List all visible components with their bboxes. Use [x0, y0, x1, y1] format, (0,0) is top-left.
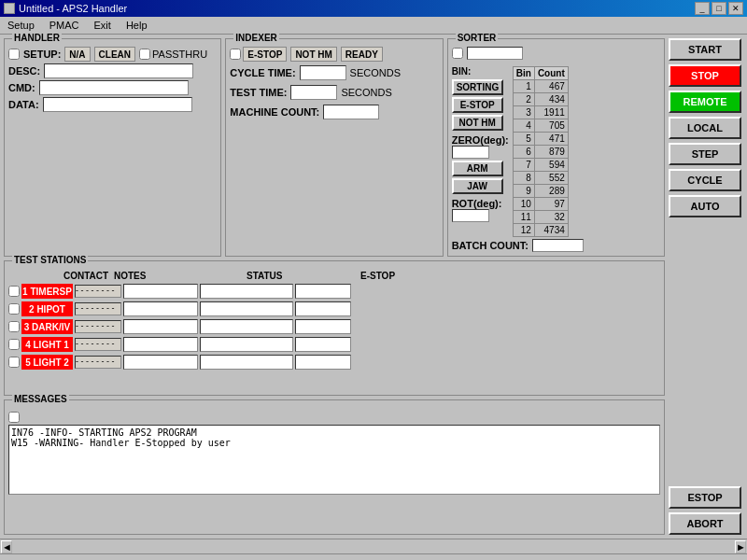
sorter-bin-cell: 4: [513, 119, 534, 133]
menu-pmac[interactable]: PMAC: [46, 19, 83, 32]
ts-estop-header: E-STOP: [360, 271, 395, 281]
menu-setup[interactable]: Setup: [4, 19, 38, 32]
station-checkbox[interactable]: [8, 357, 20, 368]
estop-button[interactable]: ESTOP: [669, 486, 741, 509]
ts-contact-header: CONTACT: [63, 271, 110, 281]
desc-input[interactable]: [44, 63, 193, 78]
sorter-count-cell: 289: [534, 185, 568, 198]
cycle-button[interactable]: CYCLE: [669, 169, 741, 191]
arm-button[interactable]: ARM: [452, 161, 503, 176]
abort-button[interactable]: ABORT: [669, 512, 741, 535]
zero-deg-input[interactable]: 0: [452, 146, 489, 159]
sorter-nothm-button[interactable]: NOT HM: [452, 115, 503, 131]
station-notes-input[interactable]: [123, 284, 198, 299]
indexer-nothm-label: NOT HM: [290, 47, 336, 62]
cmd-input[interactable]: 0: [39, 80, 189, 95]
count-col-header: Count: [534, 67, 568, 80]
station-estop-input[interactable]: [295, 337, 351, 352]
sorter-bin-cell: 10: [513, 198, 534, 211]
sorter-estop-button[interactable]: E-STOP: [452, 97, 503, 113]
minimize-button[interactable]: _: [695, 2, 710, 15]
sorter-table-row: 1132: [513, 211, 568, 224]
messages-group: MESSAGES: [4, 399, 665, 535]
messages-textarea[interactable]: [8, 425, 660, 495]
station-label: 1 TIMERSP: [21, 284, 73, 299]
menu-exit[interactable]: Exit: [91, 19, 115, 32]
test-time-label: TEST TIME:: [230, 87, 287, 98]
sorter-table-row: 2434: [513, 93, 568, 106]
maximize-button[interactable]: □: [712, 2, 726, 15]
close-button[interactable]: ✕: [728, 2, 743, 15]
sorter-controls: BIN: SORTING E-STOP NOT HM ZERO(deg): 0 …: [452, 66, 509, 237]
sorter-table-row: 8552: [513, 172, 568, 185]
sorter-count-cell: 1911: [534, 106, 568, 119]
sorter-input[interactable]: [467, 47, 523, 60]
handler-setup-checkbox[interactable]: [8, 49, 20, 60]
station-notes-input[interactable]: [123, 301, 198, 316]
test-stations-group: TEST STATIONS CONTACT NOTES STATUS E-STO…: [4, 260, 665, 396]
rot-deg-input[interactable]: 0: [452, 209, 489, 222]
desc-label: DESC:: [8, 65, 40, 77]
messages-checkbox[interactable]: [8, 412, 20, 423]
auto-button[interactable]: AUTO: [669, 195, 741, 217]
step-button[interactable]: STEP: [669, 143, 741, 165]
station-contact: - - - - - - - -: [75, 302, 121, 315]
station-estop-input[interactable]: [295, 355, 351, 370]
test-station-row: 4 LIGHT 1- - - - - - - -: [8, 336, 660, 353]
start-button[interactable]: START: [669, 38, 741, 61]
sorter-checkbox[interactable]: [452, 48, 463, 59]
seconds1-label: SECONDS: [350, 67, 401, 78]
station-status-input[interactable]: [200, 355, 293, 370]
station-status-input[interactable]: [200, 319, 293, 334]
station-checkbox[interactable]: [8, 339, 20, 350]
indexer-ready-label: READY: [341, 47, 383, 62]
data-input[interactable]: [43, 97, 192, 112]
sorter-count-cell: 4734: [534, 224, 568, 237]
sorter-bin-cell: 1: [513, 80, 534, 93]
passthru-label: PASSTHRU: [152, 49, 207, 60]
indexer-estop-checkbox[interactable]: [230, 49, 241, 60]
menu-bar: Setup PMAC Exit Help: [0, 17, 747, 35]
title-bar: Untitled - APS2 Handler _ □ ✕: [0, 0, 747, 17]
station-notes-input[interactable]: [123, 355, 198, 370]
station-checkbox[interactable]: [8, 303, 20, 315]
zero-deg-label: ZERO(deg):: [452, 134, 509, 146]
sorter-group-label: SORTER: [456, 33, 499, 43]
cycle-time-input[interactable]: 3.4: [300, 65, 346, 80]
station-notes-input[interactable]: [123, 319, 198, 334]
station-estop-input[interactable]: [295, 301, 351, 316]
station-status-input[interactable]: [200, 301, 293, 316]
station-estop-input[interactable]: [295, 319, 351, 334]
sorting-button[interactable]: SORTING: [452, 79, 503, 95]
clean-label: CLEAN: [94, 47, 135, 62]
sorter-table-row: 4705: [513, 119, 568, 133]
test-time-input[interactable]: 2: [290, 85, 337, 100]
sorter-count-cell: 705: [534, 119, 568, 133]
scroll-right-btn[interactable]: ►: [735, 540, 746, 553]
sorter-count-cell: 879: [534, 146, 568, 159]
scroll-left-btn[interactable]: ◄: [1, 540, 12, 553]
main-content: HANDLER SETUP: N/A CLEAN PASSTHRU DESC:: [0, 35, 747, 539]
batch-count-input[interactable]: 11165: [532, 239, 584, 252]
station-estop-input[interactable]: [295, 284, 351, 299]
sorter-bin-cell: 8: [513, 172, 534, 185]
top-sections: HANDLER SETUP: N/A CLEAN PASSTHRU DESC:: [4, 38, 665, 257]
scroll-track[interactable]: [13, 540, 734, 553]
local-button[interactable]: LOCAL: [669, 117, 741, 139]
station-notes-input[interactable]: [123, 337, 198, 352]
test-station-row: 3 DARK/IV- - - - - - - -: [8, 318, 660, 335]
station-checkbox[interactable]: [8, 321, 20, 332]
station-checkbox[interactable]: [8, 286, 20, 297]
station-status-input[interactable]: [200, 284, 293, 299]
jaw-button[interactable]: JAW: [452, 178, 503, 194]
passthru-checkbox[interactable]: [139, 49, 150, 60]
seconds2-label: SECONDS: [341, 87, 391, 98]
machine-count-input[interactable]: 85067: [323, 105, 379, 119]
station-status-input[interactable]: [200, 337, 293, 352]
horizontal-scrollbar[interactable]: ◄ ►: [0, 539, 747, 553]
stop-button[interactable]: STOP: [669, 64, 741, 87]
remote-button[interactable]: REMOTE: [669, 91, 741, 113]
station-contact: - - - - - - - -: [75, 356, 121, 369]
menu-help[interactable]: Help: [122, 19, 151, 32]
sorter-bin-cell: 6: [513, 146, 534, 159]
